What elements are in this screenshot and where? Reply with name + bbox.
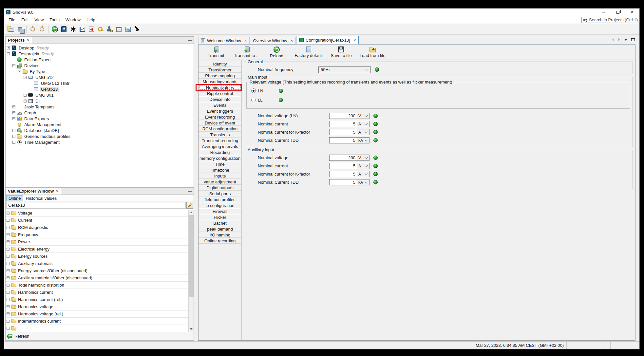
config-toolbar-button[interactable]: Factory default — [292, 46, 325, 59]
tree-expander[interactable]: - — [18, 70, 21, 73]
tab-close-icon[interactable]: × — [290, 38, 293, 43]
value-list-item[interactable]: + Current — [6, 217, 188, 224]
value-item-expander[interactable]: + — [7, 233, 9, 236]
projects-minimize-icon[interactable] — [188, 38, 192, 42]
tree-row[interactable]: UMG 512 ThBr — [6, 80, 194, 86]
tree-row[interactable]: + Time Management — [6, 139, 194, 145]
value-item-expander[interactable]: + — [7, 276, 9, 279]
projects-tab-close-icon[interactable]: × — [27, 38, 29, 43]
menu-item[interactable]: Help — [84, 17, 98, 23]
scroll-down-icon[interactable] — [189, 327, 194, 331]
tree-expander[interactable]: + — [12, 129, 15, 132]
value-item-expander[interactable]: + — [7, 262, 9, 265]
config-section-item[interactable]: memory configuration — [199, 155, 241, 161]
value-list-item[interactable]: + Harmonics voltage — [6, 303, 188, 310]
value-item-expander[interactable]: + — [7, 212, 9, 215]
value-explorer-tab-close-icon[interactable]: × — [56, 189, 59, 194]
tree-expander[interactable]: - — [7, 52, 10, 55]
config-section-item[interactable]: Event recording — [199, 114, 241, 120]
toolbar-button[interactable]: M — [59, 25, 68, 33]
config-section-item[interactable]: Device info — [199, 96, 241, 102]
menu-item[interactable]: File — [6, 17, 18, 23]
value-list-item[interactable]: + Harmonics current (rel.) — [6, 296, 188, 303]
unit-select[interactable]: kA — [357, 137, 369, 143]
toolbar-button[interactable] — [6, 25, 15, 33]
value-list-item[interactable]: + — [6, 325, 188, 332]
tab-list-dropdown-icon[interactable] — [624, 39, 627, 41]
tab-close-icon[interactable]: × — [353, 38, 356, 43]
document-tab[interactable]: Welcome Window × — [198, 37, 250, 44]
tree-expander[interactable]: - — [24, 76, 27, 79]
minimize-button[interactable] — [596, 9, 611, 16]
projects-tab[interactable]: Projects × — [6, 37, 32, 44]
tree-row[interactable]: + Desktop Ready — [6, 45, 194, 51]
value-list-item[interactable]: + Auxiliary materials/Other (discontinue… — [6, 274, 188, 282]
value-explorer-subtab[interactable]: Online — [6, 195, 23, 201]
toolbar-button[interactable] — [96, 25, 105, 33]
value-list-item[interactable]: + Total harmonic distortion — [6, 282, 188, 289]
toolbar-button[interactable] — [50, 25, 59, 33]
config-section-item[interactable]: Identity — [199, 61, 241, 67]
tree-row[interactable]: ✓ Edition Expert — [6, 57, 194, 63]
tree-row[interactable]: + Generic modbus profiles — [6, 133, 194, 139]
tree-expander[interactable]: + — [7, 47, 10, 49]
toolbar-button[interactable] — [123, 25, 133, 33]
value-item-expander[interactable]: + — [7, 248, 9, 251]
maximize-document-icon[interactable] — [631, 38, 635, 41]
config-section-item[interactable]: ip configuration — [199, 202, 241, 208]
value-explorer-subtab[interactable]: Historical values — [24, 196, 59, 201]
value-input[interactable]: 5 — [329, 171, 357, 177]
config-section-item[interactable]: Online recording — [199, 238, 241, 244]
unit-select[interactable]: V — [357, 155, 369, 161]
value-list-item[interactable]: + Auxiliary materials — [6, 260, 188, 267]
config-section-item[interactable]: Ripple control — [199, 90, 241, 96]
value-list-item[interactable]: + Harmonics voltage (rel.) — [6, 310, 188, 318]
value-list-item[interactable]: + Interharmonics current — [6, 318, 188, 325]
value-input[interactable]: 5 — [329, 179, 357, 185]
value-item-expander[interactable]: + — [7, 255, 9, 258]
config-section-item[interactable]: I/O naming — [199, 232, 241, 238]
toolbar-button[interactable] — [105, 25, 114, 33]
value-list-item[interactable]: + Voltage — [6, 210, 188, 217]
scrollbar-thumb[interactable] — [189, 215, 194, 297]
tab-scroll-right-icon[interactable] — [618, 38, 620, 41]
tree-row[interactable]: Gerät-13 — [6, 86, 194, 92]
config-section-item[interactable]: field bus profiles — [199, 197, 241, 202]
config-section-item[interactable]: RCM configuration — [199, 126, 241, 132]
config-toolbar-button[interactable]: Save to file — [328, 46, 354, 59]
scroll-up-icon[interactable] — [189, 210, 194, 215]
value-list-item[interactable]: + Frequency — [6, 231, 188, 238]
toolbar-button[interactable] — [28, 25, 37, 33]
tree-expander[interactable]: + — [24, 100, 27, 103]
value-list-scrollbar[interactable] — [188, 210, 194, 332]
document-tab[interactable]: Overview Window × — [250, 37, 296, 44]
refresh-bar[interactable]: Refresh — [6, 332, 194, 340]
config-section-item[interactable]: Flicker — [199, 214, 241, 220]
tree-expander[interactable]: + — [12, 135, 15, 138]
tree-expander[interactable]: + — [24, 94, 27, 97]
tree-expander[interactable]: + — [12, 111, 15, 114]
unit-select[interactable]: A — [357, 171, 369, 177]
menu-item[interactable]: View — [31, 17, 47, 23]
config-section-item[interactable]: Events — [199, 102, 241, 108]
config-section-item[interactable]: Timezone — [199, 167, 241, 173]
config-section-item[interactable]: Serial ports — [199, 191, 241, 197]
unit-select[interactable]: A — [357, 163, 369, 169]
search-dropdown-icon[interactable] — [585, 19, 587, 21]
value-item-expander[interactable]: + — [7, 291, 9, 294]
toolbar-button[interactable] — [15, 25, 25, 33]
config-section-item[interactable]: Transients — [199, 132, 241, 138]
search-input[interactable]: Search in Projects (Ctrl+I) — [581, 17, 639, 23]
value-item-expander[interactable]: + — [7, 312, 9, 315]
value-list-item[interactable]: + Electrical energy — [6, 246, 188, 253]
unit-select[interactable]: kA — [357, 179, 369, 185]
config-section-item[interactable]: Averaging intervals — [199, 143, 241, 149]
tree-row[interactable]: Alarm Management — [6, 122, 194, 127]
config-section-item[interactable]: value adjustment — [199, 179, 241, 185]
config-section-item[interactable]: Device off event — [199, 120, 241, 126]
tree-row[interactable]: + Database [JanDB] — [6, 127, 194, 133]
value-item-expander[interactable]: + — [7, 298, 9, 301]
device-name-field[interactable]: Gerät-13 — [6, 202, 186, 209]
config-section-item[interactable]: peak demand — [199, 226, 241, 232]
config-toolbar-button[interactable]: Transmit to .. — [231, 46, 261, 59]
